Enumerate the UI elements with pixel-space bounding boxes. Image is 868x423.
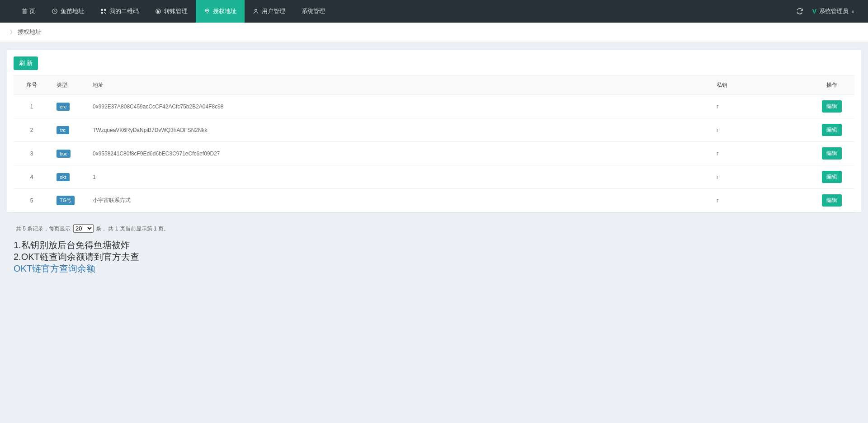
edit-button[interactable]: 编辑	[822, 100, 842, 113]
nav-label: 首 页	[22, 7, 35, 15]
table-row: 1erc0x992E37A808C459acCcCF42ACfc75b2B2A0…	[14, 95, 854, 118]
edit-button[interactable]: 编辑	[822, 147, 842, 160]
clock-icon	[52, 8, 58, 14]
cell-type: trc	[50, 118, 86, 142]
table-row: 3bsc0x9558241C80f8cF9Ed6d6bEC3C971eCfc6e…	[14, 142, 854, 165]
cell-action: 编辑	[809, 118, 854, 142]
breadcrumb: 》 授权地址	[0, 23, 868, 42]
cell-key: r	[710, 142, 809, 165]
table-row: 4okt1r编辑	[14, 165, 854, 189]
cell-action: 编辑	[809, 142, 854, 165]
footer-notes: 1.私钥别放后台免得鱼塘被炸 2.OKT链查询余额请到官方去查 OKT链官方查询…	[7, 237, 861, 276]
type-tag: erc	[57, 103, 70, 111]
cell-type: okt	[50, 165, 86, 189]
svg-point-9	[255, 9, 257, 11]
cell-index: 4	[14, 165, 50, 189]
breadcrumb-arrow-icon: 》	[10, 29, 15, 36]
nav-label: 用户管理	[262, 7, 285, 15]
nav-system-mgmt[interactable]: 系统管理	[293, 0, 333, 23]
nav-label: 转账管理	[164, 7, 188, 15]
nav-auth-address[interactable]: 授权地址	[196, 0, 245, 23]
cell-key: r	[710, 118, 809, 142]
cell-key: r	[710, 189, 809, 212]
cell-address: 0x9558241C80f8cF9Ed6d6bEC3C971eCfc6ef09D…	[86, 142, 710, 165]
table-row: 2trcTWzqueaVK6RyDaNpiB7DvWQ3hADFSN2Nkkr编…	[14, 118, 854, 142]
user-label: 系统管理员	[819, 7, 849, 15]
svg-rect-2	[104, 9, 106, 11]
footer-note-1: 1.私钥别放后台免得鱼塘被炸	[14, 239, 854, 251]
svg-rect-1	[101, 9, 103, 11]
nav-home[interactable]: 首 页	[5, 0, 43, 23]
edit-button[interactable]: 编辑	[822, 124, 842, 136]
refresh-icon[interactable]	[796, 8, 803, 15]
pagination: 共 5 条记录，每页显示 102050100 条， 共 1 页当前显示第 1 页…	[7, 217, 861, 237]
cell-action: 编辑	[809, 189, 854, 212]
user-icon	[253, 8, 259, 14]
nav-transfer[interactable]: 转账管理	[147, 0, 196, 23]
edit-button[interactable]: 编辑	[822, 194, 842, 207]
cell-type: bsc	[50, 142, 86, 165]
table-header-row: 序号 类型 地址 私钥 操作	[14, 76, 854, 95]
type-tag: okt	[57, 173, 70, 181]
breadcrumb-current: 授权地址	[18, 28, 41, 36]
svg-rect-5	[105, 13, 106, 14]
top-navbar: 首 页 鱼苗地址 我的二维码 转账管理 授权地址 用户管理 系统管理	[0, 0, 868, 23]
nav-right: V 系统管理员 ∧	[796, 7, 863, 15]
cell-key: r	[710, 165, 809, 189]
header-action: 操作	[809, 76, 854, 95]
header-address: 地址	[86, 76, 710, 95]
cell-index: 3	[14, 142, 50, 165]
type-tag: TG号	[57, 196, 75, 205]
okt-official-link[interactable]: OKT链官方查询余额	[14, 263, 95, 273]
footer-note-2: 2.OKT链查询余额请到官方去查	[14, 251, 854, 263]
cell-address: TWzqueaVK6RyDaNpiB7DvWQ3hADFSN2Nkk	[86, 118, 710, 142]
pagination-suffix: 条， 共 1 页当前显示第 1 页。	[96, 226, 169, 232]
cell-index: 5	[14, 189, 50, 212]
cell-index: 2	[14, 118, 50, 142]
pin-icon	[204, 8, 210, 14]
user-prefix-icon: V	[812, 8, 816, 15]
nav-label: 鱼苗地址	[61, 7, 84, 15]
home-icon	[13, 8, 19, 14]
user-menu[interactable]: V 系统管理员 ∧	[812, 7, 854, 15]
cell-key: r	[710, 95, 809, 118]
svg-point-8	[206, 10, 207, 11]
type-tag: bsc	[57, 150, 71, 158]
pagination-prefix: 共 5 条记录，每页显示	[16, 226, 72, 232]
nav-label: 系统管理	[302, 7, 325, 15]
nav-label: 授权地址	[213, 7, 236, 15]
main-panel: 刷新 序号 类型 地址 私钥 操作 1erc0x992E37A808C459ac…	[7, 50, 861, 212]
type-tag: trc	[57, 126, 69, 134]
page-size-select[interactable]: 102050100	[73, 224, 94, 233]
cell-address: 0x992E37A808C459acCcCF42ACfc75b2B2A04F8c…	[86, 95, 710, 118]
cell-action: 编辑	[809, 95, 854, 118]
table-row: 5TG号小宇宙联系方式r编辑	[14, 189, 854, 212]
nav-left: 首 页 鱼苗地址 我的二维码 转账管理 授权地址 用户管理 系统管理	[5, 0, 333, 23]
refresh-button[interactable]: 刷新	[14, 56, 38, 70]
cell-index: 1	[14, 95, 50, 118]
nav-label: 我的二维码	[109, 7, 139, 15]
chevron-up-icon: ∧	[851, 9, 854, 14]
edit-button[interactable]: 编辑	[822, 171, 842, 183]
content-wrapper: 刷新 序号 类型 地址 私钥 操作 1erc0x992E37A808C459ac…	[0, 42, 868, 281]
cell-address: 小宇宙联系方式	[86, 189, 710, 212]
header-index: 序号	[14, 76, 50, 95]
qr-icon	[100, 8, 107, 14]
yen-icon	[155, 8, 161, 14]
nav-fish-address[interactable]: 鱼苗地址	[43, 0, 92, 23]
svg-rect-4	[104, 12, 105, 13]
header-key: 私钥	[710, 76, 809, 95]
cell-address: 1	[86, 165, 710, 189]
nav-user-mgmt[interactable]: 用户管理	[245, 0, 293, 23]
cell-type: erc	[50, 95, 86, 118]
cell-action: 编辑	[809, 165, 854, 189]
nav-qrcode[interactable]: 我的二维码	[92, 0, 147, 23]
svg-rect-3	[101, 12, 103, 14]
cell-type: TG号	[50, 189, 86, 212]
address-table: 序号 类型 地址 私钥 操作 1erc0x992E37A808C459acCcC…	[14, 75, 854, 212]
header-type: 类型	[50, 76, 86, 95]
